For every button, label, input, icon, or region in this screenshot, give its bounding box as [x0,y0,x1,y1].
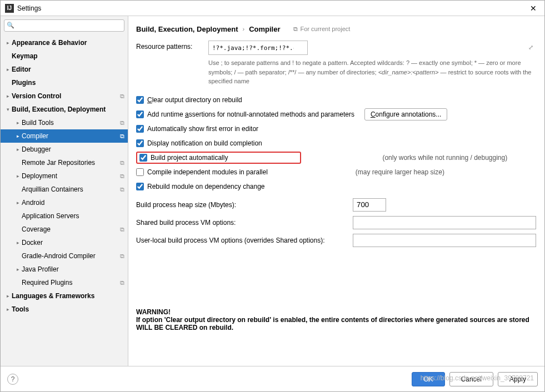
breadcrumb: Build, Execution, Deployment › Compiler … [136,22,537,36]
tree-item-build-execution-deployment[interactable]: ▾Build, Execution, Deployment [1,103,128,116]
shared-vm-label: Shared build process VM options: [136,219,353,227]
shared-vm-input[interactable] [353,216,536,229]
tree-item-debugger[interactable]: ▸Debugger [1,143,128,156]
tree-arrow-icon: ▸ [4,293,12,299]
tree-item-gradle-android-compiler[interactable]: Gradle-Android Compiler⧉ [1,249,128,263]
tree-item-java-profiler[interactable]: ▸Java Profiler [1,263,128,276]
tree-item-keymap[interactable]: Keymap [1,49,128,63]
tree-item-compiler[interactable]: ▸Compiler⧉ [1,129,128,143]
tree-item-languages-frameworks[interactable]: ▸Languages & Frameworks [1,289,128,303]
copy-icon: ⧉ [120,93,124,100]
help-icon[interactable]: ? [7,374,18,385]
user-vm-input[interactable] [353,234,536,247]
cancel-button[interactable]: Cancel [449,372,493,386]
tree-arrow-icon: ▸ [4,93,12,99]
display-notification-label: Display notification on build completion [147,139,262,147]
tree-item-tools[interactable]: ▸Tools [1,303,128,316]
copy-icon: ⧉ [120,173,124,180]
tree-item-label: Appearance & Behavior [12,39,124,47]
tree-item-build-tools[interactable]: ▸Build Tools⧉ [1,116,128,129]
tree-item-label: Remote Jar Repositories [22,159,120,167]
tree-arrow-icon: ▸ [14,173,22,179]
tree-item-version-control[interactable]: ▸Version Control⧉ [1,89,128,103]
tree-arrow-icon: ▸ [4,67,12,72]
resource-patterns-input[interactable] [208,41,308,55]
tree-item-label: Coverage [22,225,120,233]
tree-item-label: Editor [12,66,124,73]
search-input[interactable] [4,19,124,32]
tree-item-android[interactable]: ▸Android [1,196,128,209]
display-notification-checkbox[interactable] [136,139,144,147]
chevron-right-icon: › [242,26,244,32]
clear-output-checkbox[interactable] [136,96,144,104]
breadcrumb-part2: Compiler [249,25,280,33]
tree-item-label: Build Tools [22,119,120,127]
warning-block: WARNING! If option 'Clear output directo… [136,308,537,331]
tree-item-label: Plugins [12,79,124,87]
compile-parallel-note: (may require larger heap size) [356,168,444,176]
search-icon: 🔍 [7,22,14,29]
copy-icon: ⧉ [293,26,298,33]
window-title: Settings [17,4,527,12]
tree-arrow-icon: ▸ [4,306,12,312]
copy-icon: ⧉ [120,119,124,127]
tree-arrow-icon: ▸ [14,267,22,272]
runtime-assertions-label: Add runtime assertions for notnull-annot… [147,110,354,118]
titlebar: IJ Settings ✕ [1,1,544,16]
rebuild-dependency-checkbox[interactable] [136,183,144,190]
content-panel: Build, Execution, Deployment › Compiler … [128,16,544,366]
tree-item-plugins[interactable]: Plugins [1,76,128,89]
tree-item-label: Keymap [12,52,124,60]
apply-button[interactable]: Apply [498,372,538,386]
resource-patterns-label: Resource patterns: [136,41,208,51]
show-first-error-checkbox[interactable] [136,125,144,133]
tree-item-label: Gradle-Android Compiler [22,252,120,260]
expand-icon[interactable]: ⤢ [528,44,533,51]
configure-annotations-button[interactable]: Configure annotations... [364,108,447,120]
copy-icon: ⧉ [120,253,124,260]
tree-item-label: Languages & Frameworks [12,292,124,300]
dialog-footer: ? OK Cancel Apply [1,366,544,391]
tree-item-deployment[interactable]: ▸Deployment⧉ [1,169,128,183]
compile-parallel-label: Compile independent modules in parallel [147,168,268,176]
tree-arrow-icon: ▸ [14,133,22,139]
tree-item-editor[interactable]: ▸Editor [1,63,128,76]
build-auto-highlight: Build project automatically [136,152,301,164]
ok-button[interactable]: OK [412,372,444,386]
settings-tree: ▸Appearance & BehaviorKeymap▸EditorPlugi… [1,35,128,366]
tree-arrow-icon: ▸ [14,240,22,245]
tree-item-label: Deployment [22,172,120,180]
tree-item-application-servers[interactable]: Application Servers [1,209,128,223]
tree-item-label: Version Control [12,92,120,100]
breadcrumb-part1: Build, Execution, Deployment [136,25,238,33]
tree-arrow-icon: ▸ [14,147,22,152]
tree-item-remote-jar-repositories[interactable]: Remote Jar Repositories⧉ [1,156,128,169]
tree-item-label: Java Profiler [22,265,124,273]
tree-arrow-icon: ▾ [4,107,12,112]
copy-icon: ⧉ [120,279,124,287]
tree-item-required-plugins[interactable]: Required Plugins⧉ [1,276,128,289]
heap-size-input[interactable] [353,198,386,212]
copy-icon: ⧉ [120,159,124,167]
tree-item-arquillian-containers[interactable]: Arquillian Containers⧉ [1,183,128,196]
project-scope-hint: ⧉For current project [293,26,350,33]
tree-item-coverage[interactable]: Coverage⧉ [1,223,128,236]
tree-arrow-icon: ▸ [4,40,12,46]
clear-output-label: Clear output directory on rebuild [147,96,242,104]
tree-item-appearance-behavior[interactable]: ▸Appearance & Behavior [1,36,128,49]
runtime-assertions-checkbox[interactable] [136,110,144,118]
tree-item-label: Docker [22,239,124,247]
build-automatically-checkbox[interactable] [139,154,147,162]
compile-parallel-checkbox[interactable] [136,168,144,176]
tree-item-label: Required Plugins [22,279,120,287]
build-automatically-label: Build project automatically [151,154,228,162]
close-icon[interactable]: ✕ [527,4,540,13]
copy-icon: ⧉ [120,226,124,233]
tree-arrow-icon: ▸ [14,200,22,205]
resource-patterns-hint: Use ; to separate patterns and ! to nega… [208,58,537,86]
tree-item-docker[interactable]: ▸Docker [1,236,128,249]
tree-item-label: Arquillian Containers [22,185,120,193]
user-vm-label: User-local build process VM options (ove… [136,237,353,244]
heap-size-label: Build process heap size (Mbytes): [136,201,353,209]
tree-item-label: Compiler [22,132,120,140]
